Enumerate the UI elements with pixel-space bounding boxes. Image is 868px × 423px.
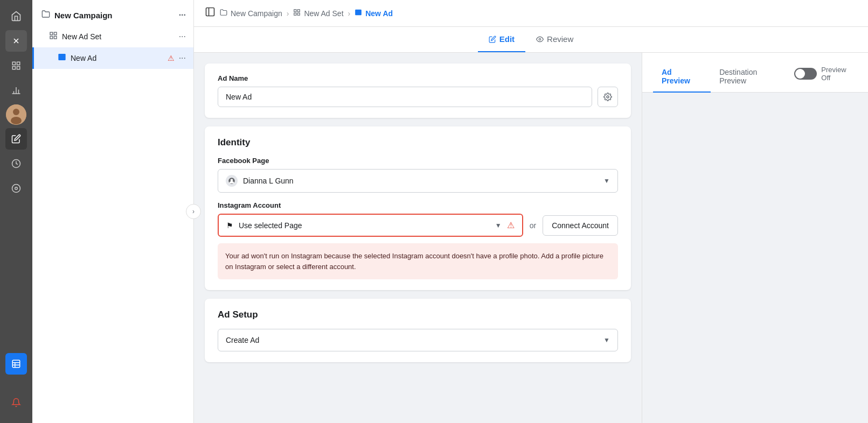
breadcrumb-sep-1: › (287, 9, 289, 18)
notification-icon[interactable] (5, 392, 27, 413)
ad-setup-card: Ad Setup Create Ad ▼ (205, 299, 631, 362)
campaign-more-icon[interactable]: ··· (179, 10, 186, 20)
svg-rect-4 (12, 67, 15, 69)
breadcrumb-adset[interactable]: New Ad Set (293, 9, 343, 18)
ad-setup-title: Ad Setup (218, 309, 618, 320)
sidebar-toggle-icon[interactable] (205, 6, 216, 20)
create-ad-select[interactable]: Create Ad ▼ (218, 329, 618, 351)
ad-icon (58, 53, 66, 64)
breadcrumb-ad-icon (355, 9, 362, 18)
instagram-flag-icon: ⚑ (226, 221, 233, 230)
form-area: Ad Name Identity Facebook Page (194, 53, 642, 423)
identity-title: Identity (218, 137, 618, 148)
breadcrumb-campaign-label: New Campaign (231, 9, 282, 18)
svg-point-14 (12, 185, 20, 193)
preview-toggle-label: Preview Off (821, 66, 857, 82)
dial-icon[interactable] (5, 178, 27, 199)
preview-panel: Ad Preview Destination Preview Preview O… (642, 53, 868, 423)
svg-rect-2 (12, 62, 15, 65)
svg-rect-27 (294, 10, 296, 12)
adset-icon (49, 31, 58, 42)
instagram-account-select[interactable]: ⚑ Use selected Page ▼ ⚠ (218, 214, 523, 237)
ad-name-card: Ad Name (205, 64, 631, 118)
breadcrumb-campaign-icon (220, 9, 227, 18)
svg-point-32 (539, 38, 541, 40)
svg-point-11 (13, 109, 19, 115)
facebook-page-chevron-icon: ▼ (603, 177, 610, 185)
svg-point-33 (607, 96, 609, 98)
grid-icon[interactable] (5, 55, 27, 76)
tree-nav: New Campaign ··· New Ad Set ··· New Ad ⚠… (32, 0, 193, 73)
ad-more-icon[interactable]: ··· (179, 53, 186, 63)
breadcrumb-adset-label: New Ad Set (304, 9, 343, 18)
facebook-page-icon (226, 175, 238, 187)
svg-rect-3 (17, 62, 20, 65)
campaign-folder-icon (41, 10, 50, 20)
breadcrumb-adset-icon (293, 9, 301, 18)
ad-name-input-row (218, 87, 618, 107)
facebook-page-select[interactable]: Dianna L Gunn ▼ (218, 169, 618, 193)
instagram-account-row: ⚑ Use selected Page ▼ ⚠ or Connect Accou… (218, 214, 618, 237)
chart-icon[interactable] (5, 80, 27, 101)
identity-card: Identity Facebook Page Dianna L Gunn ▼ I… (205, 126, 631, 290)
instagram-account-value: Use selected Page (239, 221, 490, 230)
breadcrumb-ad-label: New Ad (365, 9, 393, 18)
svg-rect-23 (54, 36, 57, 39)
campaign-label: New Campaign (54, 11, 175, 20)
instagram-account-label: Instagram Account (218, 201, 618, 209)
content-split: Ad Name Identity Facebook Page (194, 53, 868, 423)
instagram-chevron-icon: ▼ (495, 222, 502, 229)
breadcrumb-bar: New Campaign › New Ad Set › New Ad (194, 0, 868, 27)
ad-name-input[interactable] (218, 87, 592, 107)
collapse-panel-button[interactable]: › (186, 204, 201, 219)
svg-rect-30 (298, 13, 300, 15)
adset-item[interactable]: New Ad Set ··· (32, 26, 193, 47)
table-icon[interactable] (5, 353, 27, 375)
clock-icon[interactable] (5, 153, 27, 174)
tab-review-label: Review (547, 34, 573, 44)
preview-toggle-switch[interactable] (794, 68, 817, 80)
adset-more-icon[interactable]: ··· (179, 32, 186, 41)
create-ad-value: Create Ad (226, 336, 603, 344)
ad-warning-icon: ⚠ (168, 54, 175, 62)
tab-edit-label: Edit (499, 34, 515, 44)
edit-review-tabs: Edit Review (194, 27, 868, 53)
svg-rect-31 (355, 10, 362, 16)
create-ad-chevron-icon: ▼ (603, 336, 610, 344)
toggle-knob (795, 69, 805, 79)
avatar-icon[interactable] (6, 104, 26, 125)
svg-rect-29 (294, 13, 296, 15)
home-icon[interactable] (5, 5, 27, 27)
svg-rect-28 (298, 10, 300, 12)
instagram-warning-icon: ⚠ (507, 220, 515, 230)
svg-rect-25 (206, 8, 214, 16)
preview-tabs: Ad Preview Destination Preview Preview O… (642, 53, 868, 93)
ad-name-settings-button[interactable] (598, 87, 618, 107)
tab-destination-preview[interactable]: Destination Preview (711, 61, 794, 93)
campaign-item[interactable]: New Campaign ··· (32, 4, 193, 26)
preview-content-area (642, 93, 868, 423)
or-text: or (530, 221, 536, 230)
svg-point-35 (231, 179, 233, 182)
tab-ad-preview[interactable]: Ad Preview (653, 61, 711, 93)
tab-edit[interactable]: Edit (478, 27, 525, 52)
ad-item[interactable]: New Ad ⚠ ··· (32, 47, 193, 69)
connect-account-button[interactable]: Connect Account (543, 215, 618, 236)
svg-rect-21 (54, 32, 57, 35)
main-content: New Campaign › New Ad Set › New Ad (194, 0, 868, 423)
svg-rect-24 (58, 54, 65, 60)
svg-rect-22 (50, 36, 53, 39)
icon-rail (0, 0, 32, 423)
svg-rect-20 (50, 32, 53, 35)
tab-review[interactable]: Review (525, 27, 584, 52)
instagram-warning-message: Your ad won't run on Instagram because t… (218, 243, 618, 279)
ad-name-label: Ad Name (218, 74, 618, 82)
svg-rect-16 (12, 360, 20, 368)
edit-icon[interactable] (5, 128, 27, 150)
breadcrumb-campaign[interactable]: New Campaign (220, 9, 282, 18)
preview-toggle: Preview Off (794, 66, 857, 88)
close-icon[interactable] (5, 30, 27, 52)
ad-label: New Ad (71, 54, 163, 62)
facebook-page-label: Facebook Page (218, 157, 618, 165)
breadcrumb-ad[interactable]: New Ad (355, 9, 393, 18)
